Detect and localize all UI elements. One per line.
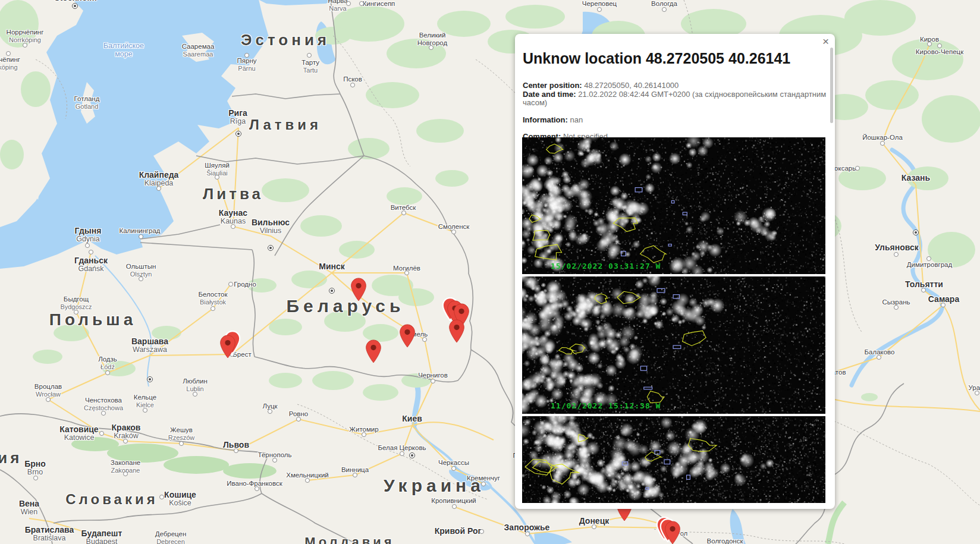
city-marker-icon bbox=[296, 417, 301, 422]
sar-image-canvas bbox=[522, 276, 825, 414]
map-pin[interactable] bbox=[449, 319, 465, 343]
city-marker-icon bbox=[89, 250, 93, 254]
city-marker-icon bbox=[101, 411, 106, 416]
city-marker-icon bbox=[880, 141, 885, 146]
screenshot-root: { "popup": { "title": "Unknow location 4… bbox=[0, 0, 980, 544]
city-marker-icon bbox=[143, 408, 147, 413]
city-marker-icon bbox=[99, 431, 104, 436]
popup-title: Unknow location 48.2720505 40.26141 bbox=[523, 50, 827, 67]
city-marker-icon bbox=[429, 45, 434, 50]
city-marker-icon bbox=[525, 532, 530, 536]
city-marker-icon bbox=[6, 51, 11, 56]
city-marker-icon bbox=[359, 1, 364, 6]
city-marker-icon bbox=[422, 337, 427, 342]
city-marker-icon bbox=[926, 256, 931, 261]
city-marker-icon bbox=[228, 282, 233, 287]
city-marker-icon bbox=[350, 83, 355, 87]
city-marker-icon bbox=[179, 441, 184, 446]
city-marker-icon bbox=[353, 473, 357, 477]
capital-marker-icon bbox=[913, 229, 919, 235]
city-marker-icon bbox=[894, 252, 899, 257]
capital-marker-icon bbox=[409, 452, 415, 458]
capital-marker-icon bbox=[329, 288, 335, 294]
map-pin[interactable] bbox=[220, 335, 236, 359]
city-marker-icon bbox=[346, 1, 351, 6]
city-marker-icon bbox=[123, 471, 128, 476]
city-marker-icon bbox=[272, 458, 277, 463]
popup-field: Center position: 48.27205050, 40.2614100… bbox=[523, 81, 827, 90]
city-marker-icon bbox=[139, 234, 143, 239]
sar-image[interactable]: 15/02/2022 03:31:27 W bbox=[522, 137, 825, 274]
sar-timestamp: 15/02/2022 03:31:27 W bbox=[551, 262, 661, 271]
city-marker-icon bbox=[452, 504, 457, 509]
city-marker-icon bbox=[597, 7, 602, 12]
partial-city-label: ол bbox=[680, 530, 687, 537]
city-marker-icon bbox=[481, 482, 486, 486]
city-marker-icon bbox=[921, 288, 926, 293]
city-marker-icon bbox=[255, 486, 259, 491]
city-marker-icon bbox=[451, 466, 456, 471]
sar-image-canvas bbox=[522, 416, 825, 503]
city-marker-icon bbox=[941, 303, 946, 307]
capital-marker-icon bbox=[147, 376, 153, 382]
capital-marker-icon bbox=[268, 245, 274, 251]
city-marker-icon bbox=[877, 355, 881, 360]
map-pin[interactable] bbox=[400, 324, 416, 348]
sar-image[interactable] bbox=[522, 416, 825, 503]
location-detail-popup: × Unknow location 48.2720505 40.26141 Ce… bbox=[515, 34, 835, 509]
city-marker-icon bbox=[305, 478, 310, 483]
city-marker-icon bbox=[244, 53, 249, 58]
city-marker-icon bbox=[23, 43, 27, 48]
city-marker-icon bbox=[139, 276, 143, 281]
city-marker-icon bbox=[74, 310, 78, 315]
popup-fields: Center position: 48.27205050, 40.2614100… bbox=[523, 81, 827, 141]
map-pin[interactable] bbox=[665, 521, 681, 544]
city-marker-icon bbox=[85, 243, 90, 248]
city-marker-icon bbox=[307, 53, 312, 58]
city-marker-icon bbox=[105, 370, 110, 375]
city-marker-icon bbox=[662, 7, 667, 12]
popup-field: Information: nan bbox=[523, 116, 827, 125]
city-marker-icon bbox=[231, 224, 235, 229]
city-marker-icon bbox=[937, 43, 942, 48]
capital-marker-icon bbox=[235, 131, 241, 137]
city-marker-icon bbox=[401, 210, 406, 215]
city-marker-icon bbox=[431, 379, 435, 383]
city-marker-icon bbox=[855, 166, 860, 171]
map-pin[interactable] bbox=[366, 339, 382, 363]
city-marker-icon bbox=[894, 305, 899, 310]
city-marker-icon bbox=[193, 392, 197, 397]
city-marker-icon bbox=[123, 439, 128, 444]
sar-image-stack: 15/02/2022 03:31:27 W11/02/2022 15:12:38… bbox=[522, 137, 825, 504]
popup-field: Date and time: 21.02.2022 08:42:44 GMT+0… bbox=[523, 90, 827, 108]
city-marker-icon bbox=[159, 495, 164, 499]
city-marker-icon bbox=[975, 391, 979, 395]
popup-scrollbar[interactable] bbox=[830, 48, 833, 123]
capital-marker-icon bbox=[72, 3, 78, 9]
city-marker-icon bbox=[400, 451, 404, 456]
city-marker-icon bbox=[211, 306, 215, 311]
city-marker-icon bbox=[234, 448, 238, 453]
city-marker-icon bbox=[215, 175, 219, 180]
map-pin[interactable] bbox=[351, 278, 367, 301]
city-marker-icon bbox=[33, 476, 38, 480]
popup-body: Unknow location 48.2720505 40.26141 Cent… bbox=[523, 34, 827, 509]
city-marker-icon bbox=[451, 229, 456, 234]
city-marker-icon bbox=[404, 271, 409, 275]
sar-timestamp: 11/02/2022 15:12:38 W bbox=[551, 401, 661, 410]
sar-image-canvas bbox=[522, 137, 825, 274]
city-marker-icon bbox=[46, 397, 51, 402]
city-marker-icon bbox=[592, 524, 596, 529]
city-marker-icon bbox=[156, 186, 161, 191]
city-marker-icon bbox=[927, 42, 932, 46]
city-marker-icon bbox=[268, 409, 272, 414]
sar-image[interactable]: 11/02/2022 15:12:38 W bbox=[522, 276, 825, 414]
city-marker-icon bbox=[362, 432, 366, 437]
city-marker-icon bbox=[479, 529, 484, 534]
